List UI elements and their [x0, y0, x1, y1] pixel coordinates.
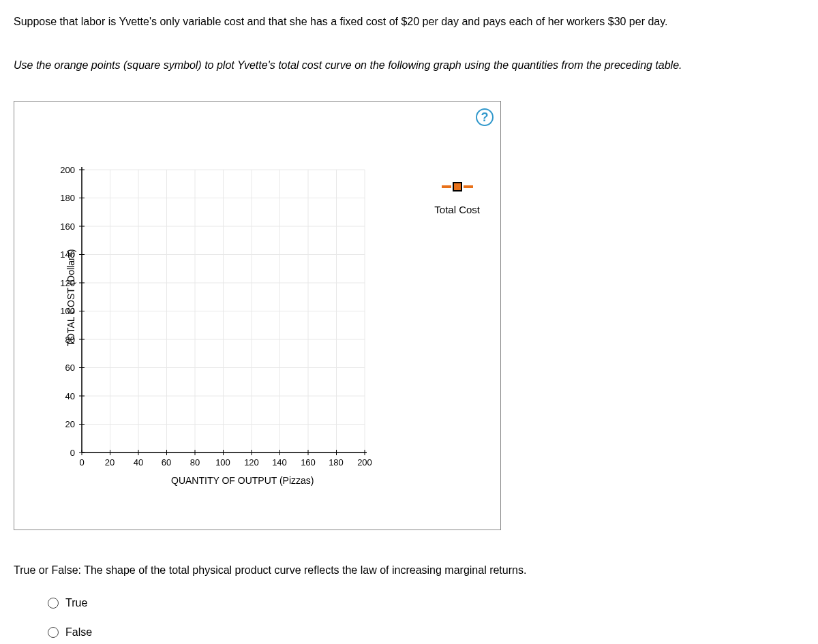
graph-container: ? — [14, 101, 501, 530]
total-cost-legend[interactable]: Total Cost — [434, 182, 480, 215]
help-icon[interactable]: ? — [476, 108, 494, 126]
x-tick-140: 140 — [269, 457, 290, 467]
legend-label: Total Cost — [434, 204, 480, 215]
chart-svg — [45, 163, 379, 490]
x-tick-80: 80 — [185, 457, 205, 467]
y-tick-20: 20 — [55, 419, 75, 429]
radio-false-label: False — [65, 626, 92, 639]
instruction-paragraph: Use the orange points (square symbol) to… — [14, 57, 804, 74]
x-tick-180: 180 — [326, 457, 346, 467]
y-tick-40: 40 — [55, 391, 75, 401]
y-tick-200: 200 — [55, 165, 75, 175]
y-axis-label: TOTAL COST (Dollars) — [65, 249, 76, 347]
x-tick-100: 100 — [213, 457, 233, 467]
intro-paragraph: Suppose that labor is Yvette's only vari… — [14, 14, 804, 30]
y-tick-0: 0 — [55, 448, 75, 458]
radio-true-circle[interactable] — [48, 598, 59, 609]
y-tick-160: 160 — [55, 221, 75, 232]
y-tick-180: 180 — [55, 193, 75, 203]
y-tick-60: 60 — [55, 363, 75, 373]
x-tick-0: 0 — [72, 457, 92, 467]
radio-false-circle[interactable] — [48, 627, 59, 638]
radio-option-false[interactable]: False — [48, 626, 804, 639]
legend-symbol — [442, 182, 473, 191]
x-axis-label: QUANTITY OF OUTPUT (Pizzas) — [171, 475, 314, 486]
question2-text: True or False: The shape of the total ph… — [14, 564, 804, 577]
radio-option-true[interactable]: True — [48, 597, 804, 609]
x-tick-20: 20 — [100, 457, 120, 467]
x-tick-40: 40 — [128, 457, 149, 467]
x-tick-160: 160 — [298, 457, 318, 467]
plot-region[interactable]: 200 180 160 140 120 100 80 60 40 20 0 0 … — [45, 163, 379, 490]
x-tick-200: 200 — [354, 457, 375, 467]
square-icon — [453, 182, 462, 191]
x-tick-60: 60 — [156, 457, 177, 467]
radio-true-label: True — [65, 597, 87, 609]
x-tick-120: 120 — [241, 457, 262, 467]
